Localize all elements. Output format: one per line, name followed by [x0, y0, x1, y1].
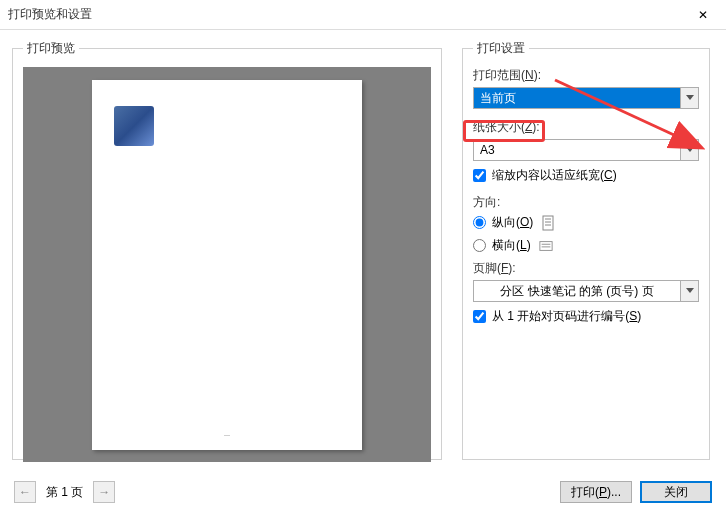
content: 打印预览 — 打印设置 打印范围(N): 当前页 纸张大小(Z): A3: [0, 30, 726, 460]
preview-legend: 打印预览: [23, 40, 79, 57]
page-footer-text: —: [224, 432, 230, 438]
svg-rect-0: [543, 216, 553, 230]
footer-select[interactable]: 分区 快速笔记 的第 (页号) 页: [473, 280, 699, 302]
preview-fieldset: 打印预览 —: [12, 40, 442, 460]
bottom-bar: ← 第 1 页 → 打印(P)... 关闭: [0, 471, 726, 513]
scale-label: 缩放内容以适应纸宽(C): [492, 167, 617, 184]
arrow-left-icon: ←: [19, 485, 31, 499]
paper-size-row: 纸张大小(Z): A3: [473, 119, 699, 161]
numbering-checkbox-row[interactable]: 从 1 开始对页码进行编号(S): [473, 308, 699, 325]
window-title: 打印预览和设置: [8, 6, 92, 23]
next-page-button[interactable]: →: [93, 481, 115, 503]
close-dialog-button[interactable]: 关闭: [640, 481, 712, 503]
orientation-row: 方向: 纵向(O) 横向(L): [473, 194, 699, 254]
paper-size-label: 纸张大小(Z):: [473, 119, 699, 136]
chevron-down-icon: [680, 281, 698, 301]
page-thumbnail-image: [114, 106, 154, 146]
prev-page-button[interactable]: ←: [14, 481, 36, 503]
footer-label: 页脚(F):: [473, 260, 699, 277]
svg-rect-4: [540, 241, 552, 250]
portrait-label: 纵向(O): [492, 214, 533, 231]
landscape-radio[interactable]: [473, 239, 486, 252]
pager: ← 第 1 页 →: [14, 481, 115, 503]
scale-checkbox[interactable]: [473, 169, 486, 182]
footer-row: 页脚(F): 分区 快速笔记 的第 (页号) 页: [473, 260, 699, 302]
print-range-row: 打印范围(N): 当前页: [473, 67, 699, 109]
paper-size-select[interactable]: A3: [473, 139, 699, 161]
portrait-radio[interactable]: [473, 216, 486, 229]
portrait-icon: [541, 215, 555, 231]
landscape-radio-row[interactable]: 横向(L): [473, 237, 699, 254]
print-range-label: 打印范围(N):: [473, 67, 699, 84]
numbering-label: 从 1 开始对页码进行编号(S): [492, 308, 641, 325]
settings-fieldset: 打印设置 打印范围(N): 当前页 纸张大小(Z): A3 缩放内容以适应纸宽(…: [462, 40, 710, 460]
numbering-checkbox[interactable]: [473, 310, 486, 323]
settings-legend: 打印设置: [473, 40, 529, 57]
preview-area: —: [23, 67, 431, 462]
arrow-right-icon: →: [98, 485, 110, 499]
scale-checkbox-row[interactable]: 缩放内容以适应纸宽(C): [473, 167, 699, 184]
print-button[interactable]: 打印(P)...: [560, 481, 632, 503]
print-range-select[interactable]: 当前页: [473, 87, 699, 109]
page-preview: —: [92, 80, 362, 450]
close-icon: ✕: [698, 8, 708, 22]
page-label: 第 1 页: [42, 484, 87, 501]
close-button[interactable]: ✕: [688, 0, 718, 30]
orientation-label: 方向:: [473, 194, 699, 211]
landscape-label: 横向(L): [492, 237, 531, 254]
print-range-value: 当前页: [474, 90, 680, 107]
chevron-down-icon: [680, 140, 698, 160]
chevron-down-icon: [680, 88, 698, 108]
paper-size-value: A3: [474, 143, 680, 157]
portrait-radio-row[interactable]: 纵向(O): [473, 214, 699, 231]
footer-value: 分区 快速笔记 的第 (页号) 页: [474, 283, 680, 300]
landscape-icon: [539, 238, 553, 254]
titlebar: 打印预览和设置 ✕: [0, 0, 726, 30]
